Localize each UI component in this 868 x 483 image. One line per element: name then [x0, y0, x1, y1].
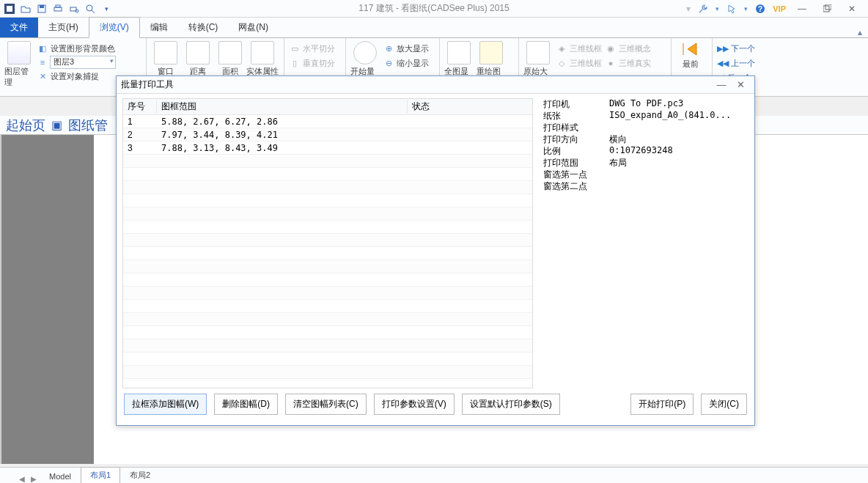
first-button[interactable]: 最前	[676, 41, 705, 70]
3d-real-label: 三维真实	[619, 58, 651, 69]
svg-rect-12	[823, 6, 829, 12]
tab-model[interactable]: Model	[40, 469, 81, 483]
next-icon: ▶▶	[717, 44, 729, 54]
row-seq: 1	[123, 117, 157, 127]
zoom-in-button[interactable]: ⊕放大显示	[383, 41, 429, 56]
first-label: 最前	[683, 59, 699, 70]
print-preview-icon[interactable]	[67, 2, 81, 15]
open-icon[interactable]	[19, 2, 32, 15]
cursor-dropdown-icon[interactable]: ▾	[744, 5, 748, 12]
list-row[interactable]: 37.88, 3.13, 8.43, 3.49	[123, 141, 532, 155]
set-bg-color-button[interactable]: ◧设置图形背景颜色	[37, 41, 116, 56]
close-dialog-button[interactable]: 关闭(C)	[701, 394, 747, 415]
area-button[interactable]: 面积	[216, 41, 245, 77]
param-set-button[interactable]: 打印参数设置(V)	[374, 394, 455, 415]
tab-scroll-right[interactable]: ▶	[28, 475, 40, 483]
prop-win2-val	[609, 180, 743, 192]
col-frame[interactable]: 图框范围	[157, 100, 408, 113]
prop-win1-val	[609, 169, 743, 180]
help-icon[interactable]: ?	[755, 4, 765, 14]
dialog-titlebar[interactable]: 批量打印工具 — ✕	[117, 76, 754, 94]
tab-edit[interactable]: 编辑	[140, 18, 178, 37]
cursor-icon[interactable]	[727, 4, 737, 14]
list-header: 序号 图框范围 状态	[123, 99, 532, 115]
close-button[interactable]: ✕	[843, 3, 861, 15]
list-row-empty	[123, 181, 532, 194]
tab-browse[interactable]: 浏览(V)	[89, 17, 140, 38]
row-frame: 7.97, 3.44, 8.39, 4.21	[157, 130, 408, 140]
prop-win1-key: 窗选第一点	[543, 169, 609, 180]
list-row-empty	[123, 260, 532, 273]
save-icon[interactable]	[35, 2, 48, 15]
3d-real-button: ●三维真实	[605, 56, 651, 70]
col-status[interactable]: 状态	[408, 100, 532, 113]
quick-access-toolbar: ▾	[0, 2, 113, 15]
layer-combo[interactable]: 图层3	[50, 56, 116, 69]
search-icon[interactable]	[84, 2, 97, 15]
zoom-out-button[interactable]: ⊖缩小显示	[383, 56, 429, 70]
maximize-button[interactable]	[818, 3, 836, 15]
dialog-minimize-button[interactable]: —	[712, 79, 731, 90]
svg-line-9	[92, 10, 95, 13]
tab-start-page[interactable]: 起始页	[6, 117, 45, 134]
prev-button[interactable]: ◀◀上一个	[717, 56, 864, 70]
list-row[interactable]: 27.97, 3.44, 8.39, 4.21	[123, 128, 532, 141]
list-row-empty	[123, 207, 532, 221]
tab-layout2[interactable]: 布局2	[120, 467, 160, 483]
list-row-empty	[123, 168, 532, 181]
frame-list[interactable]: 序号 图框范围 状态 15.88, 2.67, 6.27, 2.86 27.97…	[122, 98, 533, 388]
tab-drawings[interactable]: 图纸管	[68, 117, 108, 134]
3d-concept-button: ◉三维概念	[605, 41, 651, 56]
tab-layout1[interactable]: 布局1	[81, 467, 120, 483]
minimize-button[interactable]: —	[793, 3, 811, 15]
set-capture-button[interactable]: ✕设置对象捕捉	[37, 69, 116, 84]
next-label: 下一个	[731, 43, 755, 54]
print-properties: 打印机DWG To PDF.pc3 纸张ISO_expand_A0_(841.0…	[533, 98, 749, 388]
style-dropdown-icon[interactable]: ▾	[686, 4, 691, 14]
add-frame-button[interactable]: 拉框添加图幅(W)	[124, 394, 207, 415]
prop-paper-key: 纸张	[543, 110, 609, 122]
prop-range-val: 布局	[609, 157, 743, 169]
dialog-close-button[interactable]: ✕	[731, 79, 750, 90]
tab-cloud[interactable]: 网盘(N)	[228, 18, 279, 37]
wrench-dropdown-icon[interactable]: ▾	[716, 5, 719, 12]
prop-range-key: 打印范围	[543, 157, 609, 169]
tab-scroll-left[interactable]: ◀	[16, 475, 28, 483]
drawings-tab-icon: ▣	[51, 118, 62, 132]
prop-scale-val: 0:1072693248	[609, 145, 743, 157]
prev-icon: ◀◀	[717, 59, 729, 68]
qat-dropdown-icon[interactable]: ▾	[100, 2, 113, 15]
entity-props-button[interactable]: 实体属性	[248, 41, 277, 77]
print-icon[interactable]	[51, 2, 65, 15]
capture-icon: ✕	[37, 70, 48, 82]
list-row-empty	[123, 194, 532, 207]
col-seq[interactable]: 序号	[123, 100, 157, 113]
menubar: 文件 主页(H) 浏览(V) 编辑 转换(C) 网盘(N) ▴	[0, 18, 868, 38]
delete-frame-button[interactable]: 删除图幅(D)	[214, 394, 278, 415]
window-button[interactable]: 窗口	[151, 41, 180, 77]
row-seq: 3	[123, 143, 157, 153]
list-rows: 15.88, 2.67, 6.27, 2.86 27.97, 3.44, 8.3…	[123, 115, 532, 388]
layer-manage-button[interactable]: 图层管理	[4, 41, 34, 88]
start-print-button[interactable]: 开始打印(P)	[630, 394, 694, 415]
layer-manage-label: 图层管理	[4, 66, 34, 88]
collapse-ribbon-icon[interactable]: ▴	[858, 27, 862, 37]
next-button[interactable]: ▶▶下一个	[717, 41, 864, 56]
vip-badge[interactable]: VIP	[773, 4, 786, 13]
3d-wire-button: ◈三维线框	[556, 41, 602, 56]
wrench-icon[interactable]	[698, 4, 708, 14]
tab-convert[interactable]: 转换(C)	[178, 18, 229, 37]
drawing-viewport[interactable]	[1, 135, 94, 464]
tab-home[interactable]: 主页(H)	[38, 18, 89, 37]
prop-orient-val: 横向	[609, 133, 743, 145]
list-row-empty	[123, 273, 532, 287]
wire-icon: ◈	[556, 43, 567, 54]
list-row[interactable]: 15.88, 2.67, 6.27, 2.86	[123, 115, 532, 128]
tab-file[interactable]: 文件	[0, 18, 38, 37]
dialog-footer: 拉框添加图幅(W) 删除图幅(D) 清空图幅列表(C) 打印参数设置(V) 设置…	[117, 388, 754, 425]
default-param-button[interactable]: 设置默认打印参数(S)	[462, 394, 560, 415]
dialog-title: 批量打印工具	[121, 78, 712, 91]
distance-button[interactable]: 距离	[183, 41, 213, 77]
row-seq: 2	[123, 130, 157, 140]
clear-list-button[interactable]: 清空图幅列表(C)	[285, 394, 367, 415]
